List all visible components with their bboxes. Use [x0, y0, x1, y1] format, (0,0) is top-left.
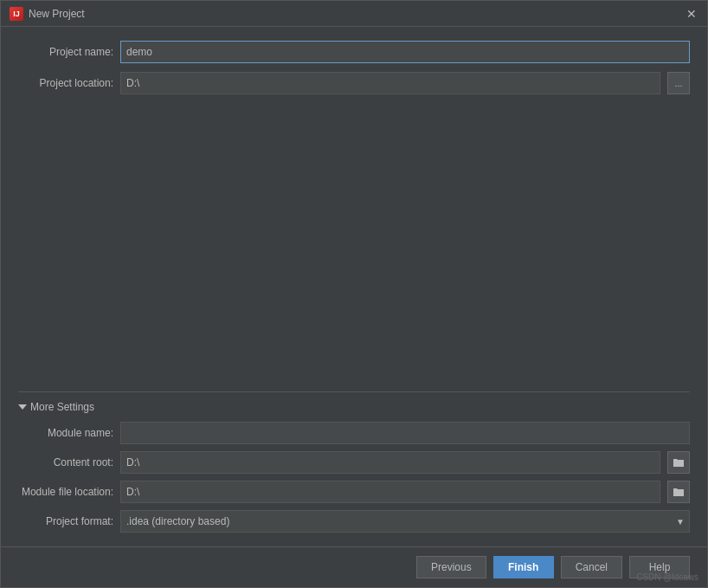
project-format-row: Project format: .idea (directory based) …: [18, 510, 690, 533]
app-icon: IJ: [10, 7, 23, 21]
project-location-row: Project location: ...: [18, 72, 690, 94]
watermark: CSDN @ldcaws: [636, 572, 698, 582]
more-settings-fields: Module name: Content root: Module file: [18, 422, 690, 533]
project-format-select[interactable]: .idea (directory based): [120, 510, 690, 533]
module-name-label: Module name:: [18, 427, 113, 439]
expand-icon: [18, 404, 27, 410]
content-root-label: Content root:: [18, 456, 113, 468]
folder-icon: [673, 456, 685, 468]
more-settings-toggle[interactable]: More Settings: [18, 401, 690, 422]
folder-icon: [673, 486, 685, 498]
finish-button[interactable]: Finish: [493, 556, 554, 578]
module-file-location-input[interactable]: [120, 481, 660, 503]
title-bar-left: IJ New Project: [10, 7, 85, 21]
new-project-dialog: IJ New Project ✕ Project name: Project l…: [0, 0, 708, 588]
dialog-content: Project name: Project location: ... More…: [1, 27, 707, 546]
previous-button[interactable]: Previous: [416, 556, 486, 578]
dialog-title: New Project: [29, 8, 85, 20]
project-name-input[interactable]: [120, 41, 690, 63]
module-file-location-row: Module file location:: [18, 481, 690, 503]
content-root-browse-button[interactable]: [667, 451, 690, 474]
module-file-location-label: Module file location:: [18, 486, 113, 498]
project-location-browse-button[interactable]: ...: [667, 72, 690, 94]
project-format-select-wrapper: .idea (directory based) ▼: [120, 510, 690, 533]
close-button[interactable]: ✕: [685, 7, 698, 21]
bottom-bar: Previous Finish Cancel Help: [1, 546, 707, 587]
project-location-input[interactable]: [120, 72, 660, 94]
module-name-input[interactable]: [120, 422, 690, 444]
project-name-label: Project name:: [18, 46, 113, 58]
project-location-label: Project location:: [18, 77, 113, 89]
more-settings-label: More Settings: [30, 401, 94, 413]
module-name-row: Module name:: [18, 422, 690, 444]
project-name-row: Project name:: [18, 41, 690, 63]
cancel-button[interactable]: Cancel: [561, 556, 622, 578]
title-bar: IJ New Project ✕: [1, 1, 707, 27]
content-root-row: Content root:: [18, 451, 690, 474]
content-root-input[interactable]: [120, 451, 660, 474]
module-file-location-browse-button[interactable]: [667, 481, 690, 503]
project-format-label: Project format:: [18, 515, 113, 527]
content-spacer: [18, 103, 690, 383]
more-settings-section: More Settings Module name: Content root:: [18, 391, 690, 533]
